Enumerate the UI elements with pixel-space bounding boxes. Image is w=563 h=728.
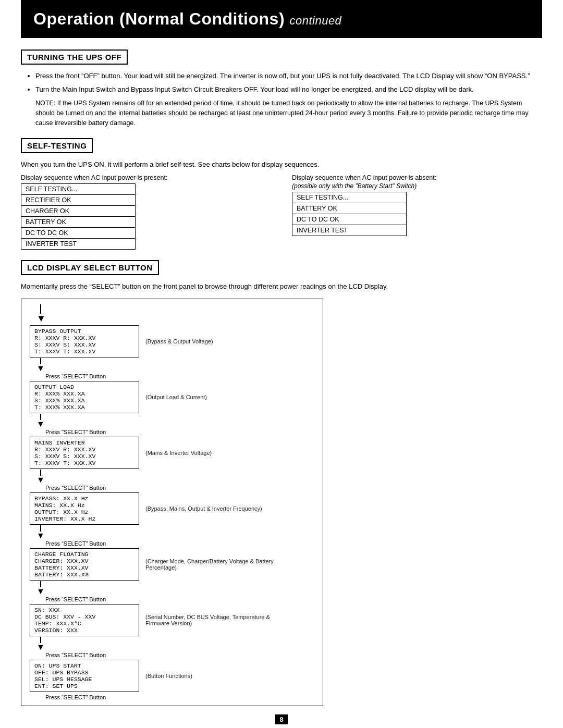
flow-box-line: S: XXX% XXX.XA bbox=[34, 397, 134, 404]
flow-box-line: BYPASS OUTPUT bbox=[34, 328, 134, 335]
flow-box-line: CHARGER: XXX.XV bbox=[34, 558, 134, 564]
lcd-desc: Momentarily press the “SELECT” button on… bbox=[21, 281, 542, 292]
flow-box-line: ENT: SET UPS bbox=[34, 683, 134, 689]
flow-box-line: SN: XXX bbox=[34, 607, 134, 613]
flow-side-note: (Charger Mode, Charger/Battery Voltage &… bbox=[145, 558, 291, 571]
seq-table-cell: DC TO DC OK bbox=[292, 214, 407, 225]
seq-table-cell: CHARGER OK bbox=[21, 205, 136, 216]
turning-off-bullets: Press the front “OFF” button. Your load … bbox=[35, 71, 542, 94]
lcd-section: LCD DISPLAY SELECT BUTTON Momentarily pr… bbox=[21, 260, 542, 707]
seq-table-cell: SELF TESTING... bbox=[292, 192, 407, 203]
seq-table-cell: INVERTER TEST bbox=[292, 225, 407, 236]
press-select-label: Press “SELECT” Button bbox=[45, 373, 106, 379]
flow-box-line: T: XXXV T: XXX.XV bbox=[34, 348, 134, 355]
seq-table-cell: BATTERY OK bbox=[21, 216, 136, 227]
flow-box-line: S: XXXV S: XXX.XV bbox=[34, 453, 134, 460]
flow-box-line: R: XXXV R: XXX.XV bbox=[34, 446, 134, 453]
left-seq-table: SELF TESTING...RECTIFIER OKCHARGER OKBAT… bbox=[21, 183, 136, 250]
seq-table-cell: RECTIFIER OK bbox=[21, 194, 136, 205]
flow-arrow: ▼Press “SELECT” Button bbox=[30, 470, 314, 492]
flow-box-line: INVERTER: XX.X Hz bbox=[34, 515, 134, 522]
continued-text: continued bbox=[289, 14, 341, 27]
flow-block-row: SN: XXXDC BUS: XXV - XXVTEMP: XXX.X°CVER… bbox=[30, 604, 314, 636]
flow-box-line: BYPASS: XX.X Hz bbox=[34, 495, 134, 502]
flow-box-line: BATTERY: XXX.X% bbox=[34, 571, 134, 578]
press-select-label: Press “SELECT” Button bbox=[45, 596, 106, 602]
left-table-label: Display sequence when AC input power is … bbox=[21, 174, 271, 181]
flow-block-row: OUTPUT LOADR: XXX% XXX.XAS: XXX% XXX.XAT… bbox=[30, 381, 314, 413]
flow-block-row: CHARGE FLOATINGCHARGER: XXX.XVBATTERY: X… bbox=[30, 548, 314, 581]
self-testing-header: SELF-TESTING bbox=[21, 138, 93, 153]
flow-box-line: OFF: UPS BYPASS bbox=[34, 669, 134, 676]
page-number: 8 bbox=[275, 714, 287, 724]
right-table-col: Display sequence when AC input power is … bbox=[292, 174, 542, 250]
left-table-col: Display sequence when AC input power is … bbox=[21, 174, 271, 250]
flow-side-note: (Bypass & Output Voltage) bbox=[145, 338, 213, 344]
seq-table-cell: INVERTER TEST bbox=[21, 238, 136, 249]
flow-box-line: T: XXXV T: XXX.XV bbox=[34, 460, 134, 466]
flow-box: CHARGE FLOATINGCHARGER: XXX.XVBATTERY: X… bbox=[30, 548, 139, 581]
flow-arrow: ▼Press “SELECT” Button bbox=[30, 414, 314, 436]
flow-box: MAINS INVERTERR: XXXV R: XXX.XVS: XXXV S… bbox=[30, 437, 139, 469]
lcd-section-header: LCD DISPLAY SELECT BUTTON bbox=[21, 260, 159, 275]
flow-box-line: SEL: UPS MESSAGE bbox=[34, 676, 134, 683]
flow-box: ON: UPS STARTOFF: UPS BYPASSSEL: UPS MES… bbox=[30, 660, 139, 692]
flow-box-line: MAINS INVERTER bbox=[34, 439, 134, 446]
bullet-1: Press the front “OFF” button. Your load … bbox=[35, 71, 542, 81]
press-select-label: Press “SELECT” Button bbox=[45, 429, 106, 435]
page: Operation (Normal Conditions) continued … bbox=[0, 0, 563, 728]
page-title: Operation (Normal Conditions) continued bbox=[33, 9, 530, 29]
self-testing-section: SELF-TESTING When you turn the UPS ON, i… bbox=[21, 138, 542, 250]
flow-box-line: T: XXX% XXX.XA bbox=[34, 404, 134, 411]
flow-box-line: ON: UPS START bbox=[34, 662, 134, 669]
flow-box: SN: XXXDC BUS: XXV - XXVTEMP: XXX.X°CVER… bbox=[30, 604, 139, 636]
press-select-label: Press “SELECT” Button bbox=[45, 652, 106, 658]
seq-table-cell: SELF TESTING... bbox=[21, 183, 136, 194]
flow-block-row: BYPASS: XX.X HzMAINS: XX.X HzOUTPUT: XX.… bbox=[30, 492, 314, 525]
self-testing-tables: Display sequence when AC input power is … bbox=[21, 174, 542, 250]
flow-arrow: ▼Press “SELECT” Button bbox=[30, 581, 314, 603]
page-number-container: 8 bbox=[21, 715, 542, 723]
flow-box-line: S: XXXV S: XXX.XV bbox=[34, 341, 134, 348]
flow-side-note: (Bypass, Mains, Output & Inverter Freque… bbox=[145, 505, 262, 512]
flow-box-line: VERSION: XXX bbox=[34, 627, 134, 634]
flow-box-line: OUTPUT: XX.X Hz bbox=[34, 509, 134, 515]
press-select-label: Press “SELECT” Button bbox=[45, 485, 106, 491]
right-table-label: Display sequence when AC input power is … bbox=[292, 174, 542, 181]
flow-box-line: R: XXXV R: XXX.XV bbox=[34, 335, 134, 341]
flow-box-line: OUTPUT LOAD bbox=[34, 384, 134, 390]
self-testing-label: SELF-TESTING bbox=[27, 141, 87, 150]
flow-arrow: ▼Press “SELECT” Button bbox=[30, 525, 314, 548]
flow-box: BYPASS: XX.X HzMAINS: XX.X HzOUTPUT: XX.… bbox=[30, 492, 139, 525]
flow-box-line: MAINS: XX.X Hz bbox=[34, 502, 134, 509]
right-table-sublabel: (possible only with the "Battery Start" … bbox=[292, 182, 542, 190]
flow-side-note: (Serial Number, DC BUS Voltage, Temperat… bbox=[145, 614, 291, 626]
flow-box: OUTPUT LOADR: XXX% XXX.XAS: XXX% XXX.XAT… bbox=[30, 381, 139, 413]
flow-box: BYPASS OUTPUTR: XXXV R: XXX.XVS: XXXV S:… bbox=[30, 325, 139, 357]
flow-side-note: (Button Functions) bbox=[145, 673, 192, 679]
self-testing-desc: When you turn the UPS ON, it will perfor… bbox=[21, 159, 542, 170]
title-text: Operation (Normal Conditions) bbox=[33, 9, 285, 28]
flow-block-row: ON: UPS STARTOFF: UPS BYPASSSEL: UPS MES… bbox=[30, 660, 314, 692]
press-select-label: Press “SELECT” Button bbox=[45, 540, 106, 547]
flow-side-note: (Output Load & Current) bbox=[145, 394, 207, 400]
right-seq-table: SELF TESTING...BATTERY OKDC TO DC OKINVE… bbox=[292, 192, 407, 236]
seq-table-cell: DC TO DC OK bbox=[21, 227, 136, 238]
flow-arrow: ▼Press “SELECT” Button bbox=[30, 358, 314, 380]
flow-block-row: BYPASS OUTPUTR: XXXV R: XXX.XVS: XXXV S:… bbox=[30, 325, 314, 357]
flow-block-row: MAINS INVERTERR: XXXV R: XXX.XVS: XXXV S… bbox=[30, 437, 314, 469]
flow-diagram: ▼ BYPASS OUTPUTR: XXXV R: XXX.XVS: XXXV … bbox=[21, 299, 323, 706]
flow-box-line: TEMP: XXX.X°C bbox=[34, 620, 134, 627]
turning-off-note: NOTE: If the UPS System remains off for … bbox=[35, 98, 542, 128]
turning-off-header: TURNING THE UPS OFF bbox=[21, 50, 128, 65]
flow-box-line: CHARGE FLOATING bbox=[34, 551, 134, 558]
flow-side-note: (Mains & Inverter Voltage) bbox=[145, 450, 212, 456]
flow-box-line: DC BUS: XXV - XXV bbox=[34, 613, 134, 620]
turning-off-label: TURNING THE UPS OFF bbox=[27, 53, 121, 61]
bullet-2: Turn the Main Input Switch and Bypass In… bbox=[35, 84, 542, 95]
flow-arrow: ▼Press “SELECT” Button bbox=[30, 637, 314, 659]
flow-box-line: R: XXX% XXX.XA bbox=[34, 390, 134, 397]
lcd-section-label: LCD DISPLAY SELECT BUTTON bbox=[27, 263, 153, 272]
page-header: Operation (Normal Conditions) continued bbox=[21, 0, 542, 38]
flow-box-line: BATTERY: XXX.XV bbox=[34, 564, 134, 571]
